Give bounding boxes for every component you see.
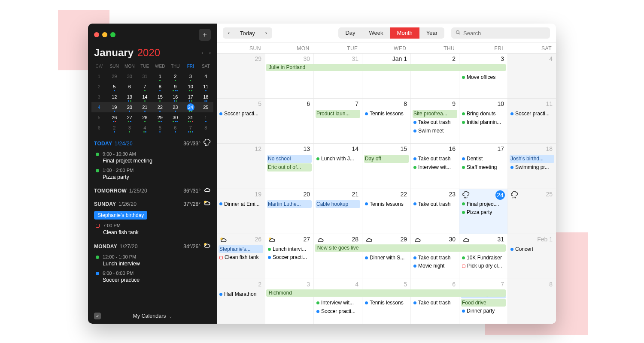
grid-day-cell[interactable]: 4Interview wit...Soccer practi...	[314, 279, 362, 324]
view-day-button[interactable]: Day	[338, 27, 362, 39]
agenda-event[interactable]: 12:00 - 1:00 PMLunch interview	[94, 253, 211, 269]
mini-day-cell[interactable]: 26	[107, 112, 122, 123]
mini-day-cell[interactable]: 20	[122, 102, 137, 112]
grid-event[interactable]: Dinner with S...	[364, 254, 409, 262]
grid-day-cell[interactable]: 31	[314, 54, 362, 98]
grid-day-cell[interactable]: 2	[411, 54, 459, 98]
mini-day-cell[interactable]: 10	[183, 81, 198, 92]
grid-day-cell[interactable]: 3	[265, 279, 314, 324]
mini-day-cell[interactable]: 5	[152, 123, 168, 133]
mini-day-cell[interactable]: 22	[152, 102, 168, 112]
mini-day-cell[interactable]: 11	[198, 81, 214, 92]
grid-day-cell[interactable]: 21Cable hookup	[314, 189, 362, 234]
tasks-toggle[interactable]: ✓	[94, 313, 101, 319]
mini-day-cell[interactable]: 31	[137, 71, 153, 81]
grid-event[interactable]: Interview wit...	[316, 299, 360, 307]
grid-day-cell[interactable]: 25	[508, 189, 556, 234]
grid-day-cell[interactable]: 6	[265, 99, 314, 143]
grid-event[interactable]: Soccer practi...	[267, 253, 312, 262]
mini-day-cell[interactable]: 6	[168, 123, 183, 133]
mini-day-cell[interactable]: 29	[152, 112, 168, 123]
grid-event[interactable]: Lunch with J...	[316, 155, 360, 163]
mini-day-cell[interactable]: 3	[122, 123, 137, 133]
mini-day-cell[interactable]: 8	[198, 123, 214, 133]
agenda-event[interactable]: 7:00 PMClean fish tank	[94, 221, 211, 238]
grid-day-cell[interactable]: 28	[314, 234, 362, 279]
grid-day-cell[interactable]: 14Lunch with J...	[314, 144, 362, 188]
grid-event[interactable]: Soccer practi...	[510, 110, 554, 118]
mini-day-cell[interactable]: 19	[107, 102, 122, 112]
grid-event[interactable]: Bring donuts	[461, 110, 506, 118]
grid-day-cell[interactable]: 6Take out trash	[411, 279, 459, 324]
grid-event[interactable]: Tennis lessons	[364, 110, 409, 118]
grid-event[interactable]: Swimming pr...	[510, 163, 554, 172]
mini-day-cell[interactable]: 30	[168, 112, 183, 123]
mini-prev-button[interactable]: ‹	[201, 50, 203, 56]
mini-day-cell[interactable]: 4	[198, 71, 214, 81]
grid-allday-event[interactable]: Product laun...	[316, 110, 360, 118]
mini-day-cell[interactable]: 2	[107, 123, 122, 133]
mini-day-cell[interactable]: 9	[168, 81, 183, 92]
grid-event[interactable]: Movie night	[413, 262, 457, 270]
grid-day-cell[interactable]: 4	[508, 54, 556, 98]
prev-period-button[interactable]: ‹	[223, 27, 235, 39]
grid-event[interactable]: Take out trash	[413, 155, 457, 163]
grid-day-cell[interactable]: 12	[217, 144, 265, 188]
my-calendars-dropdown[interactable]: My Calendars ⌄	[133, 313, 172, 319]
mini-day-cell[interactable]: 14	[137, 92, 153, 102]
grid-event[interactable]: Final project...	[461, 200, 506, 208]
mini-day-cell[interactable]: 12	[107, 92, 122, 102]
mini-day-cell[interactable]: 13	[122, 92, 137, 102]
mini-day-cell[interactable]: 3	[183, 71, 198, 81]
grid-event[interactable]: Dinner at Emi...	[219, 200, 263, 208]
grid-event[interactable]: Tennis lessons	[364, 200, 409, 208]
mini-day-cell[interactable]: 16	[168, 92, 183, 102]
grid-day-cell[interactable]: 29Dinner with S...	[362, 234, 411, 279]
grid-day-cell[interactable]: 5Soccer practi...	[217, 99, 265, 143]
grid-task[interactable]: Clean fish tank	[219, 253, 263, 262]
mini-day-cell[interactable]: 28	[137, 112, 153, 123]
mini-day-cell[interactable]: 17	[183, 92, 198, 102]
grid-allday-event[interactable]: Day off	[364, 155, 409, 163]
multiday-event-band[interactable]: Richmond	[266, 289, 506, 297]
grid-day-cell[interactable]: 22Tennis lessons	[362, 189, 411, 234]
grid-event[interactable]: Move offices	[461, 73, 506, 81]
today-button[interactable]: Today	[235, 27, 260, 39]
mini-day-cell[interactable]: 25	[198, 102, 214, 112]
grid-day-cell[interactable]: 29	[217, 54, 265, 98]
grid-day-cell[interactable]: 3110K FundraiserPick up dry cl...	[459, 234, 508, 279]
grid-day-cell[interactable]: 3Move offices	[459, 54, 508, 98]
grid-event[interactable]: Swim meet	[413, 127, 457, 135]
view-week-button[interactable]: Week	[362, 27, 390, 39]
search-input[interactable]	[463, 30, 546, 36]
grid-day-cell[interactable]: 24Final project...Pizza party	[459, 189, 508, 234]
mini-next-button[interactable]: ›	[209, 50, 211, 56]
mini-day-cell[interactable]: 6	[122, 81, 137, 92]
grid-event[interactable]: Dinner party	[461, 307, 506, 315]
grid-event[interactable]: Dentist	[461, 155, 506, 163]
grid-event[interactable]: Initial plannin...	[461, 118, 506, 126]
grid-allday-event[interactable]: Josh's birthd...	[510, 155, 554, 163]
grid-day-cell[interactable]: Jan 1	[362, 54, 411, 98]
grid-day-cell[interactable]: 15Day off	[362, 144, 411, 188]
grid-allday-event[interactable]: Stephanie's...	[219, 245, 263, 253]
mini-day-cell[interactable]: 27	[122, 112, 137, 123]
grid-day-cell[interactable]: 17DentistStaff meeting	[459, 144, 508, 188]
view-month-button[interactable]: Month	[390, 27, 419, 39]
grid-day-cell[interactable]: 13No schoolEric out of of...	[265, 144, 314, 188]
grid-event[interactable]: 10K Fundraiser	[461, 254, 506, 262]
grid-day-cell[interactable]: 23Take out trash	[411, 189, 459, 234]
grid-allday-event[interactable]: Eric out of of...	[267, 163, 312, 172]
grid-event[interactable]: Pizza party	[461, 208, 506, 217]
grid-day-cell[interactable]: 30	[265, 54, 314, 98]
grid-event[interactable]: Take out trash	[413, 254, 457, 262]
mini-day-cell[interactable]: 7	[183, 123, 198, 133]
grid-event[interactable]: Take out trash	[413, 118, 457, 126]
grid-event[interactable]: Concert	[510, 245, 554, 253]
mini-day-cell[interactable]: 23	[168, 102, 183, 112]
agenda-event[interactable]: 9:00 - 10:30 AMFinal project meeting	[94, 150, 211, 166]
mini-day-cell[interactable]: 24	[183, 102, 198, 112]
grid-day-cell[interactable]: 18Josh's birthd...Swimming pr...	[508, 144, 556, 188]
grid-event[interactable]: Take out trash	[413, 299, 457, 307]
mini-day-cell[interactable]: 21	[137, 102, 153, 112]
